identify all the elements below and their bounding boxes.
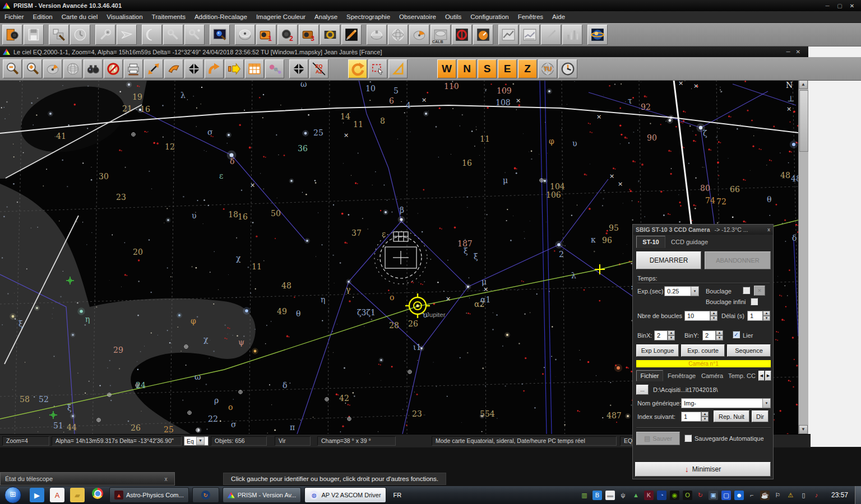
sphere-button[interactable]	[388, 25, 408, 45]
folder-icon[interactable]: ▰	[70, 488, 85, 502]
step-button[interactable]	[225, 59, 244, 78]
menu-fichier[interactable]: Fichier	[0, 11, 29, 22]
loops-stepper[interactable]: ▲▼	[710, 311, 718, 321]
exposure-combo[interactable]: 0.25 ▼	[664, 286, 699, 296]
start-button[interactable]: DEMARRER	[636, 251, 701, 269]
menu-addition-recalage[interactable]: Addition-Recalage	[190, 11, 252, 22]
clock-button[interactable]	[558, 59, 577, 78]
next-index-input[interactable]: 1	[681, 412, 701, 422]
camera1-button[interactable]: 1	[256, 25, 276, 45]
stats-button[interactable]	[562, 25, 582, 45]
compress-button[interactable]	[184, 59, 203, 78]
display-icon[interactable]: ▢	[721, 491, 731, 500]
compass-s-button[interactable]: S	[478, 59, 497, 78]
zoom-in-button[interactable]	[23, 59, 42, 78]
task-firefox[interactable]: ↻	[192, 487, 219, 503]
menu-configuration[interactable]: Configuration	[466, 11, 513, 22]
flag-icon[interactable]: ⚐	[773, 491, 783, 500]
screen-search-button[interactable]	[210, 25, 230, 45]
scrollbar-down-icon[interactable]: ▼	[799, 425, 808, 434]
rotate-button[interactable]	[348, 59, 367, 78]
menu-fen-tres[interactable]: Fenêtres	[513, 11, 548, 22]
resource-meter-icon[interactable]: ▥	[580, 491, 589, 500]
chevron-down-icon[interactable]: ▼	[691, 287, 698, 296]
key-add-button[interactable]	[184, 25, 205, 45]
tools-button[interactable]	[95, 25, 115, 45]
menu-outils[interactable]: Outils	[441, 11, 466, 22]
ephemeris-table-button[interactable]	[245, 59, 264, 78]
map-vertical-scrollbar[interactable]: ▲ ▼	[798, 80, 808, 434]
loop-checkbox[interactable]	[743, 287, 750, 294]
media-player-icon[interactable]: ▶	[30, 488, 44, 502]
taskbar-clock[interactable]: 23:57	[825, 491, 855, 499]
chart1-button[interactable]	[498, 25, 519, 45]
menu-spectrographie[interactable]: Spectrographie	[342, 11, 395, 22]
menu-aide[interactable]: Aide	[548, 11, 570, 22]
menu-imagerie-couleur[interactable]: Imagerie Couleur	[252, 11, 310, 22]
abort-button[interactable]: ABANDONNER	[705, 251, 771, 269]
device-icon[interactable]: ▬	[605, 491, 615, 500]
browser-icon[interactable]	[92, 488, 103, 499]
resize-button[interactable]	[49, 25, 69, 45]
camera2-button[interactable]: 2	[277, 25, 298, 45]
select-region-button[interactable]	[368, 59, 387, 78]
ruler-button[interactable]	[388, 59, 408, 78]
show-desktop-button[interactable]	[855, 486, 861, 504]
tu-time-button[interactable]: TU	[538, 59, 557, 78]
tab-fichier[interactable]: Fichier	[636, 370, 663, 381]
language-indicator[interactable]: FR	[388, 492, 408, 498]
scrollbar-up-icon[interactable]: ▲	[799, 80, 808, 89]
loop-infinite-checkbox[interactable]	[751, 298, 758, 305]
chevron-down-icon[interactable]: ▼	[762, 399, 770, 408]
tool-icon[interactable]: ⌐	[747, 491, 757, 500]
loop-stop-button[interactable]: ✕	[754, 286, 765, 296]
tab-temp-ccd[interactable]: Temp. CC	[728, 372, 756, 379]
menu-carte-du-ciel[interactable]: Carte du ciel	[57, 11, 103, 22]
night-folder-button[interactable]: Rep. Nuit	[714, 410, 749, 422]
dome2-button[interactable]	[367, 25, 387, 45]
autosave-checkbox[interactable]	[684, 435, 692, 442]
expand-button[interactable]	[144, 59, 163, 78]
eq-az-button[interactable]: EQAZ	[309, 59, 328, 78]
save-button[interactable]: ▤ Sauver	[636, 432, 680, 445]
camera-panel-titlebar[interactable]: SBIG ST-10 3 CCD Camera -> -12.3°C ... x	[633, 225, 773, 235]
planet-eye-button[interactable]	[587, 25, 608, 45]
document-app-icon[interactable]: A	[50, 488, 64, 502]
biny-input[interactable]: 2	[702, 330, 716, 340]
telescope-button[interactable]	[341, 25, 362, 45]
plug-icon[interactable]: ▯	[799, 491, 808, 500]
compass-z-button[interactable]: Z	[518, 59, 537, 78]
compass-n-button[interactable]: N	[457, 59, 476, 78]
minimize-panel-button[interactable]: ↓ Minimiser	[635, 462, 771, 477]
delay-stepper[interactable]: ▲▼	[763, 311, 770, 321]
menu-observatoire[interactable]: Observatoire	[395, 11, 441, 22]
menu-edition[interactable]: Edition	[29, 11, 57, 22]
calib-button[interactable]: CALB	[430, 25, 451, 45]
task-prism[interactable]: PRISM - Version Av...	[223, 487, 302, 503]
print-button[interactable]	[124, 59, 143, 78]
compress2-button[interactable]	[289, 59, 308, 78]
telescope-status-panel[interactable]: État du télescope x	[0, 472, 175, 486]
close-icon[interactable]: ✕	[796, 49, 800, 55]
globe-icon[interactable]: ◔	[657, 491, 666, 500]
tab-fenetrage[interactable]: Fenêtrage	[668, 372, 696, 379]
minimize-icon[interactable]: ─	[786, 49, 790, 55]
coffee-icon[interactable]: ☕	[760, 491, 770, 500]
start-button[interactable]: ⊞	[4, 487, 21, 503]
signal-icon[interactable]: ψ	[618, 491, 628, 500]
cal-red-button[interactable]	[452, 25, 472, 45]
goto-button[interactable]	[117, 25, 137, 45]
delay-input[interactable]: 1	[747, 311, 763, 321]
scrollbar-thumb[interactable]	[799, 90, 808, 152]
binx-input[interactable]: 2	[654, 330, 668, 340]
maximize-icon[interactable]: ▢	[835, 3, 844, 9]
chevron-down-icon[interactable]: ▼	[196, 437, 205, 445]
save-button[interactable]	[24, 25, 44, 45]
sphere-view-button[interactable]	[63, 59, 82, 78]
dome-fan-button[interactable]	[409, 25, 429, 45]
user-net-icon[interactable]: ☻	[734, 491, 744, 500]
open-image-button[interactable]	[2, 25, 22, 45]
close-icon[interactable]: ✕	[848, 3, 857, 9]
loops-input[interactable]: 10	[684, 311, 710, 321]
link-checkbox[interactable]: ✓	[733, 331, 740, 338]
